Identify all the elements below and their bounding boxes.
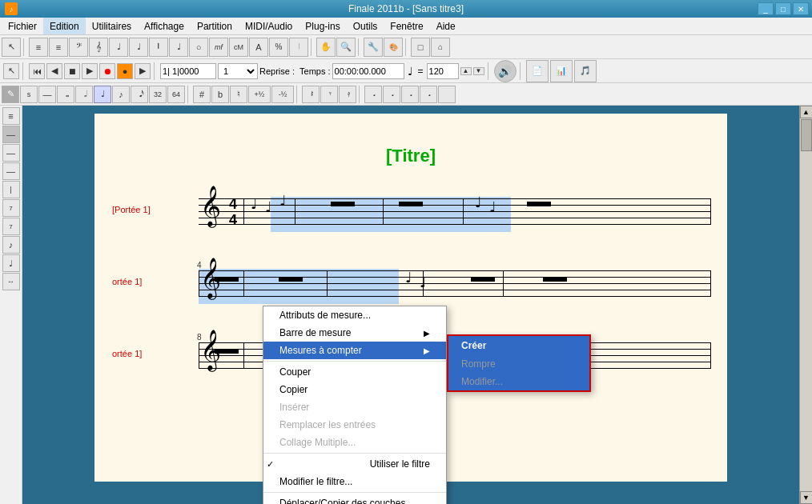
tb-select2[interactable]: ↖ (3, 63, 19, 79)
tempo-up[interactable]: ▲ (460, 67, 472, 75)
note-half[interactable]: 𝅗𝅥 (75, 86, 93, 103)
tb-btn-home[interactable]: ⌂ (431, 38, 450, 57)
scroll-down[interactable]: ▼ (800, 491, 813, 504)
transport-prev[interactable]: ⏮ (29, 63, 45, 79)
cm-modif-filtre[interactable]: Modifier le filtre... (263, 473, 446, 490)
cm-attributs[interactable]: Attributs de mesure... (263, 306, 446, 324)
note-32nd[interactable]: 32 (149, 86, 167, 103)
temps-input[interactable] (332, 63, 404, 79)
menu-outils[interactable]: Outils (347, 18, 384, 34)
view-btn3[interactable]: 🎵 (574, 60, 597, 82)
tb-btn-4[interactable]: 𝄞 (89, 38, 108, 57)
menu-utilitaires[interactable]: Utilitaires (86, 18, 138, 34)
transport-back[interactable]: ◀ (46, 63, 62, 79)
rest-quarter[interactable]: 𝄽 (302, 86, 320, 103)
tb-btn-9[interactable]: ○ (189, 38, 208, 57)
sm-modifier[interactable]: Modifier... (448, 373, 589, 390)
tb-btn-tool[interactable]: 🔧 (364, 38, 383, 57)
sm-rompre[interactable]: Rompre (448, 355, 589, 373)
sm-creer[interactable]: Créer (448, 336, 589, 355)
cm-inserer[interactable]: Insérer (263, 398, 446, 416)
tb-btn-5[interactable]: ♩ (109, 38, 128, 57)
tb-btn-3[interactable]: 𝄢 (69, 38, 88, 57)
note-d3[interactable]: 𝅘 (401, 86, 419, 103)
note-d5[interactable]: 𝅙 (438, 86, 456, 103)
note-d4[interactable]: 𝅘 (420, 86, 437, 103)
note-d2[interactable]: 𝅘 (383, 86, 400, 103)
accidental-natural[interactable]: ♮ (230, 86, 247, 103)
tb-btn-cm[interactable]: cM (229, 38, 248, 57)
tb-btn-8[interactable]: ♩ (169, 38, 188, 57)
tb-btn-percent[interactable]: % (269, 38, 288, 57)
cm-mesures[interactable]: Mesures à compter▶ (263, 342, 446, 359)
lt-btn-10[interactable]: ↔ (2, 273, 20, 290)
position-input[interactable] (160, 63, 216, 79)
minimize-button[interactable]: _ (758, 2, 774, 15)
view-btn2[interactable]: 📊 (550, 60, 573, 82)
minus-half[interactable]: -½ (271, 86, 294, 103)
cm-collage[interactable]: Collage Multiple... (263, 434, 446, 451)
note-whole[interactable]: 𝅝 (57, 86, 74, 103)
speaker-btn[interactable]: 🔊 (494, 60, 517, 82)
scroll-up[interactable]: ▲ (800, 106, 813, 118)
note-s[interactable]: s (20, 86, 38, 103)
accidental-flat[interactable]: b (211, 86, 229, 103)
lt-btn-1[interactable]: ≡ (2, 107, 20, 125)
note-bar[interactable]: — (38, 86, 56, 103)
note-eighth[interactable]: ♪ (112, 86, 130, 103)
tb-btn-a[interactable]: A (249, 38, 268, 57)
transport-play[interactable]: ▶ (82, 63, 98, 79)
scroll-thumb[interactable] (801, 119, 812, 151)
transport-record[interactable]: ⏺ (99, 63, 115, 79)
transport-play2[interactable]: ▶ (135, 63, 151, 79)
cm-barre[interactable]: Barre de mesure▶ (263, 324, 446, 342)
cm-couper[interactable]: Couper (263, 363, 446, 381)
menu-midi[interactable]: MIDI/Audio (239, 18, 299, 34)
scroll-track[interactable] (800, 118, 812, 491)
lt-btn-8[interactable]: ♪ (2, 236, 20, 254)
plus-half[interactable]: +½ (248, 86, 271, 103)
tb-btn-sq[interactable]: □ (411, 38, 430, 57)
menu-aide[interactable]: Aide (430, 18, 462, 34)
rest-eighth[interactable]: 𝄾 (320, 86, 338, 103)
select-tool-button[interactable]: ↖ (2, 38, 21, 57)
note-quarter[interactable]: ♩ (94, 86, 111, 103)
pencil-tool[interactable]: ✎ (2, 86, 19, 103)
lt-btn-5[interactable]: | (2, 181, 20, 198)
tb-btn-6[interactable]: ♩ (129, 38, 148, 57)
view-btn1[interactable]: 📄 (526, 60, 549, 82)
transport-stop[interactable]: ⏹ (64, 63, 80, 79)
lt-btn-3[interactable]: — (2, 144, 20, 162)
lt-btn-4[interactable]: — (2, 162, 20, 180)
cm-copier[interactable]: Copier (263, 381, 446, 398)
menu-affichage[interactable]: Affichage (138, 18, 191, 34)
lt-btn-2[interactable]: — (2, 126, 20, 143)
tempo-down[interactable]: ▼ (473, 67, 484, 75)
note-d1[interactable]: 𝅘 (364, 86, 382, 103)
transport-loop[interactable]: ● (117, 63, 133, 79)
note-16th[interactable]: 𝅘𝅥𝅯 (131, 86, 148, 103)
tb-btn-zoom[interactable]: 🔍 (336, 38, 356, 57)
tb-btn-7[interactable]: 𝄃 (149, 38, 168, 57)
tb-btn-color[interactable]: 🎨 (384, 38, 403, 57)
rest-16th[interactable]: 𝄿 (339, 86, 356, 103)
lt-btn-6[interactable]: 7 (2, 199, 20, 217)
menu-plugins[interactable]: Plug-ins (299, 18, 346, 34)
tempo-input[interactable] (427, 63, 459, 79)
menu-fenetre[interactable]: Fenêtre (384, 18, 429, 34)
lt-btn-7[interactable]: 7 (2, 218, 20, 235)
maximize-button[interactable]: □ (775, 2, 791, 15)
tb-btn-mf[interactable]: mf (209, 38, 228, 57)
tb-btn-1[interactable]: ≡ (29, 38, 48, 57)
tb-btn-bar[interactable]: 𝄀 (289, 38, 308, 57)
tb-btn-2[interactable]: ≡ (49, 38, 68, 57)
tb-btn-hand[interactable]: ✋ (316, 38, 336, 57)
menu-edition[interactable]: Edition (43, 18, 86, 34)
reprise-select[interactable]: 1 (218, 63, 258, 79)
cm-filtre[interactable]: ✓ Utiliser le filtre (263, 455, 446, 473)
note-64th[interactable]: 64 (167, 86, 185, 103)
lt-btn-9[interactable]: ♩ (2, 254, 20, 272)
accidental-sharp[interactable]: # (193, 86, 211, 103)
menu-fichier[interactable]: Fichier (2, 18, 43, 34)
cm-remplacer[interactable]: Remplacer les entrées (263, 416, 446, 434)
